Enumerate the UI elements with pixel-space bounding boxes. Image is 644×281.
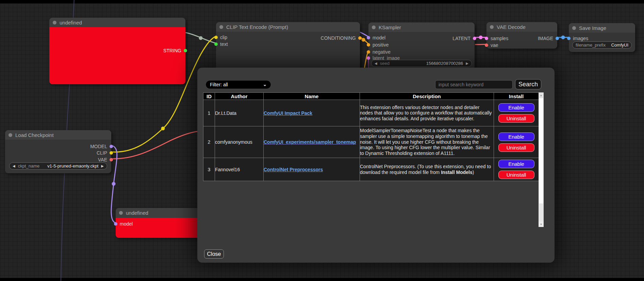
widget-label: filename_prefix <box>576 42 606 48</box>
seed-value: 156680208700286 <box>426 61 463 66</box>
input-label: images <box>573 36 588 41</box>
node-save-image[interactable]: Save Image images filename_prefix ComfyU… <box>569 23 635 52</box>
node-save-image-header[interactable]: Save Image <box>569 23 635 33</box>
node-undefined-top-header[interactable]: undefined <box>49 18 185 27</box>
collapse-dot-icon[interactable] <box>119 211 123 215</box>
enable-button[interactable]: Enable <box>498 133 534 141</box>
node-load-checkpoint-header[interactable]: Load Checkpoint <box>5 130 111 140</box>
scroll-up-icon[interactable]: ▲ <box>539 92 544 98</box>
output-latent[interactable]: LATENT <box>452 36 476 41</box>
ckpt-name-widget[interactable]: ◀ ckpt_name v1-5-pruned-emaonly.ckpt ▶ <box>9 162 107 170</box>
collapse-dot-icon[interactable] <box>572 26 576 30</box>
scroll-down-icon[interactable]: ▼ <box>539 222 544 227</box>
image-output-dot[interactable] <box>556 37 559 40</box>
filename-prefix-widget[interactable]: filename_prefix ComfyUI <box>572 41 632 49</box>
node-title: VAE Decode <box>497 24 526 30</box>
row-author: Dr.Lt.Data <box>215 100 264 126</box>
input-label: negative <box>373 49 391 55</box>
samples-input-dot[interactable] <box>485 37 488 40</box>
prev-arrow-icon[interactable]: ◀ <box>13 164 15 168</box>
output-vae[interactable]: VAE <box>98 157 113 162</box>
enable-button[interactable]: Enable <box>498 103 534 112</box>
input-model[interactable]: model <box>114 221 133 227</box>
increment-arrow-icon[interactable]: ▶ <box>466 62 468 65</box>
uninstall-button[interactable]: Uninstall <box>498 114 534 123</box>
input-model[interactable]: model <box>367 35 385 40</box>
node-title: CLIP Text Encode (Prompt) <box>226 24 288 30</box>
output-conditioning[interactable]: CONDITIONING <box>321 35 362 41</box>
model-output-dot[interactable] <box>110 145 113 148</box>
node-vae-decode-header[interactable]: VAE Decode <box>486 22 557 32</box>
seed-widget[interactable]: ◀ seed 156680208700286 ▶ <box>371 60 472 67</box>
node-load-checkpoint[interactable]: Load Checkpoint MODEL CLIP VAE ◀ ckpt_na… <box>5 130 111 173</box>
positive-input-dot[interactable] <box>367 43 370 47</box>
output-label: LATENT <box>452 36 470 41</box>
node-clip-text-encode-header[interactable]: CLIP Text Encode (Prompt) <box>216 22 360 32</box>
string-output-dot[interactable] <box>184 49 187 52</box>
input-text[interactable]: text <box>214 41 228 47</box>
output-string[interactable]: STRING <box>163 48 187 53</box>
clip-input-dot[interactable] <box>214 36 218 39</box>
scrollbar-track[interactable] <box>539 204 544 222</box>
input-positive[interactable]: positive <box>367 42 389 48</box>
filter-selected-value: Filter: all <box>210 82 228 87</box>
search-button[interactable]: Search <box>515 79 541 89</box>
model-input-dot[interactable] <box>367 36 370 39</box>
input-label: model <box>120 221 133 227</box>
negative-input-dot[interactable] <box>367 50 370 54</box>
latent-output-dot[interactable] <box>473 37 476 40</box>
node-undefined-top-body <box>49 27 185 84</box>
input-label: text <box>220 41 228 47</box>
filter-select[interactable]: Filter: all ⌄ <box>205 80 271 89</box>
next-arrow-icon[interactable]: ▶ <box>101 164 104 168</box>
header-author: Author <box>215 93 264 100</box>
output-clip[interactable]: CLIP <box>97 150 113 156</box>
input-images[interactable]: images <box>567 36 588 41</box>
output-image[interactable]: IMAGE <box>538 36 559 41</box>
input-label: clip <box>220 35 227 40</box>
node-clip-text-encode[interactable]: CLIP Text Encode (Prompt) clip text COND… <box>216 22 360 71</box>
node-vae-decode[interactable]: VAE Decode samples vae IMAGE <box>486 22 557 49</box>
collapse-dot-icon[interactable] <box>53 21 56 24</box>
vertical-scrollbar[interactable]: ▲ ▼ <box>539 92 544 227</box>
row-id: 3 <box>203 158 215 181</box>
extension-manager-dialog: Filter: all ⌄ Search ID Author Name Desc… <box>197 68 555 263</box>
clip-wire-reroute-dot <box>161 127 165 130</box>
input-label: model <box>373 35 385 40</box>
collapse-dot-icon[interactable] <box>219 25 223 29</box>
enable-button[interactable]: Enable <box>498 160 534 168</box>
close-button[interactable]: Close <box>204 249 224 259</box>
clip-output-dot[interactable] <box>110 151 113 155</box>
scrollbar-thumb[interactable] <box>539 98 544 204</box>
output-model[interactable]: MODEL <box>90 144 113 149</box>
node-ksampler-header[interactable]: KSampler <box>368 22 475 32</box>
vae-input-dot[interactable] <box>485 43 488 47</box>
conditioning-output-dot[interactable] <box>358 36 362 40</box>
search-input[interactable] <box>435 80 513 89</box>
uninstall-button[interactable]: Uninstall <box>498 171 534 179</box>
images-input-dot[interactable] <box>567 37 571 40</box>
comfyui-screen: undefined STRING CLIP Text Encode (Promp… <box>0 0 644 281</box>
model-input-dot[interactable] <box>114 222 117 226</box>
extension-link[interactable]: ComfyUI_experiments/sampler_tonemap <box>264 139 356 145</box>
decrement-arrow-icon[interactable]: ◀ <box>375 62 377 65</box>
input-samples[interactable]: samples <box>485 36 508 41</box>
vae-output-dot[interactable] <box>110 158 113 161</box>
latent-image-input-dot[interactable] <box>367 56 370 60</box>
extension-link[interactable]: ControlNet Preprocessors <box>264 167 323 172</box>
output-label: IMAGE <box>538 36 553 41</box>
row-id: 1 <box>203 100 215 126</box>
collapse-dot-icon[interactable] <box>9 133 12 137</box>
collapse-dot-icon[interactable] <box>490 25 494 29</box>
row-description: ModelSamplerTonemapNoiseTest a node that… <box>360 126 494 158</box>
node-undefined-top[interactable]: undefined STRING <box>49 18 185 84</box>
input-vae[interactable]: vae <box>485 42 498 48</box>
text-input-dot[interactable] <box>214 42 218 46</box>
input-negative[interactable]: negative <box>367 49 391 55</box>
collapse-dot-icon[interactable] <box>372 25 376 29</box>
uninstall-button[interactable]: Uninstall <box>498 143 534 152</box>
input-clip[interactable]: clip <box>214 35 227 40</box>
extension-link[interactable]: ComfyUI Impact Pack <box>264 110 312 116</box>
extension-table: ID Author Name Description Install 1 Dr.… <box>203 92 539 181</box>
node-ksampler[interactable]: KSampler model positive negative latent_… <box>368 22 475 70</box>
